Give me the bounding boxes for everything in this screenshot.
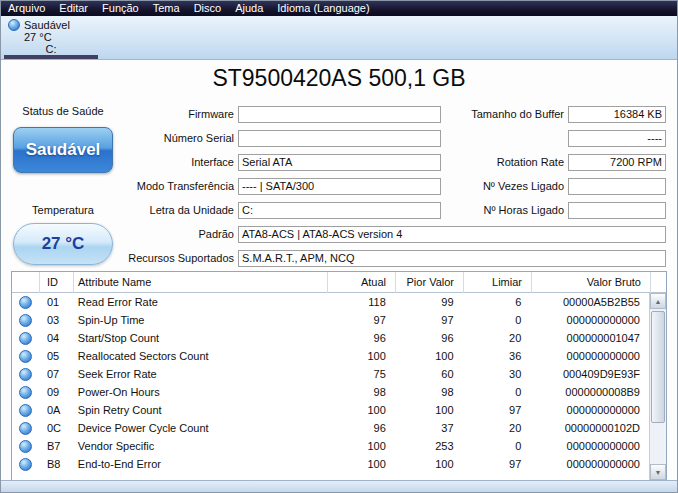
health-status-icon — [19, 332, 32, 345]
attribute-raw-cell: 000409D9E93F — [530, 368, 649, 380]
table-row[interactable]: 05 Reallocated Sectors Count 100 100 36 … — [12, 347, 649, 365]
table-row[interactable]: 07 Seek Error Rate 75 60 30 000409D9E93F — [12, 365, 649, 383]
attribute-name-cell: Spin Retry Count — [74, 404, 327, 416]
attribute-worst-cell: 37 — [395, 422, 463, 434]
header-threshold[interactable]: Limiar — [464, 272, 532, 293]
table-row[interactable]: 03 Spin-Up Time 97 97 0 000000000000 — [12, 311, 649, 329]
selected-tab-indicator — [4, 55, 98, 59]
attribute-worst-cell: 253 — [395, 440, 463, 452]
health-status-icon — [19, 314, 32, 327]
attribute-raw-cell: 000000000000 — [530, 314, 649, 326]
table-row[interactable]: B8 End-to-End Error 100 100 97 000000000… — [12, 455, 649, 473]
health-status-label: Status de Saúde — [11, 105, 115, 117]
attribute-current-cell: 75 — [327, 368, 395, 380]
disk-tab-c[interactable]: Saudável 27 °C C: — [4, 17, 98, 59]
transfer-mode-value-box: ---- | SATA/300 — [238, 178, 441, 195]
header-raw[interactable]: Valor Bruto — [532, 272, 651, 293]
scroll-up-icon[interactable]: ▲ — [650, 293, 666, 309]
scrollbar-thumb[interactable] — [651, 311, 665, 423]
attribute-current-cell: 118 — [327, 296, 395, 308]
drive-title: ST9500420AS 500,1 GB — [1, 65, 677, 92]
interface-value-box: Serial ATA — [238, 154, 441, 171]
menu-item-disco[interactable]: Disco — [187, 1, 229, 16]
attribute-name-cell: Start/Stop Count — [74, 332, 327, 344]
supported-features-value-box: S.M.A.R.T., APM, NCQ — [238, 250, 666, 267]
table-row[interactable]: 09 Power-On Hours 98 98 0 0000000008B9 — [12, 383, 649, 401]
attribute-worst-cell: 96 — [395, 332, 463, 344]
smart-attribute-table: ID Attribute Name Atual Pior Valor Limia… — [11, 271, 667, 481]
attribute-id-cell: 05 — [40, 350, 74, 362]
attribute-id-cell: 0C — [40, 422, 74, 434]
attribute-threshold-cell: 0 — [463, 440, 531, 452]
health-status-button[interactable]: Saudável — [13, 127, 113, 173]
attribute-raw-cell: 0000000008B9 — [530, 386, 649, 398]
health-status-icon — [19, 350, 32, 363]
transfer-mode-label: Modo Transferência — [101, 178, 234, 195]
attribute-id-cell: 04 — [40, 332, 74, 344]
power-on-hours-value-box — [568, 202, 666, 219]
attribute-name-cell: Power-On Hours — [74, 386, 327, 398]
attribute-threshold-cell: 36 — [463, 350, 531, 362]
standard-label: Padrão — [101, 226, 234, 243]
attribute-name-cell: Device Power Cycle Count — [74, 422, 327, 434]
power-on-count-value-box — [568, 178, 666, 195]
firmware-value-box — [238, 106, 441, 123]
attribute-worst-cell: 98 — [395, 386, 463, 398]
menu-item-tema[interactable]: Tema — [146, 1, 187, 16]
serial-number-label: Número Serial — [101, 130, 234, 147]
menu-item-editar[interactable]: Editar — [52, 1, 95, 16]
menu-item-idioma-language[interactable]: Idioma (Language) — [270, 1, 376, 16]
attribute-raw-cell: 00000A5B2B55 — [530, 296, 649, 308]
attribute-name-cell: Spin-Up Time — [74, 314, 327, 326]
drive-letter-value-box: C: — [238, 202, 441, 219]
attribute-threshold-cell: 20 — [463, 422, 531, 434]
attribute-current-cell: 100 — [327, 350, 395, 362]
attribute-current-cell: 96 — [327, 422, 395, 434]
attribute-id-cell: B7 — [40, 440, 74, 452]
header-name[interactable]: Attribute Name — [74, 272, 328, 293]
attribute-id-cell: 03 — [40, 314, 74, 326]
disk-tab-status: Saudável — [24, 19, 70, 31]
attribute-status-cell — [12, 296, 40, 309]
health-status-icon — [19, 386, 32, 399]
attribute-threshold-cell: 0 — [463, 314, 531, 326]
header-id[interactable]: ID — [40, 272, 74, 293]
attribute-threshold-cell: 20 — [463, 332, 531, 344]
header-current[interactable]: Atual — [328, 272, 396, 293]
supported-features-label: Recursos Suportados — [101, 250, 234, 267]
attribute-name-cell: Seek Error Rate — [74, 368, 327, 380]
attribute-name-cell: Reallocated Sectors Count — [74, 350, 327, 362]
standard-value-box: ATA8-ACS | ATA8-ACS version 4 — [238, 226, 666, 243]
attribute-current-cell: 96 — [327, 332, 395, 344]
table-row[interactable]: 0A Spin Retry Count 100 100 97 000000000… — [12, 401, 649, 419]
table-scrollbar[interactable]: ▲ ▼ — [649, 293, 666, 480]
attribute-raw-cell: 000000001047 — [530, 332, 649, 344]
health-status-icon — [19, 440, 32, 453]
temperature-badge[interactable]: 27 °C — [13, 223, 113, 265]
attribute-id-cell: 0A — [40, 404, 74, 416]
disk-tab-temperature: 27 °C — [8, 31, 94, 43]
attribute-id-cell: 09 — [40, 386, 74, 398]
smart-table-body: 01 Read Error Rate 118 99 6 00000A5B2B55… — [12, 293, 649, 480]
menu-item-arquivo[interactable]: Arquivo — [1, 1, 52, 16]
table-row[interactable]: 04 Start/Stop Count 96 96 20 00000000104… — [12, 329, 649, 347]
menu-item-funcao[interactable]: Função — [95, 1, 146, 16]
drive-letter-label: Letra da Unidade — [101, 202, 234, 219]
rotation-rate-label: Rotation Rate — [431, 154, 564, 171]
table-row[interactable]: 01 Read Error Rate 118 99 6 00000A5B2B55 — [12, 293, 649, 311]
menu-item-ajuda[interactable]: Ajuda — [228, 1, 270, 16]
serial-number-value-box — [238, 130, 441, 147]
table-row[interactable]: B7 Vendor Specific 100 253 0 00000000000… — [12, 437, 649, 455]
table-row[interactable]: 0C Device Power Cycle Count 96 37 20 000… — [12, 419, 649, 437]
attribute-status-cell — [12, 440, 40, 453]
attribute-raw-cell: 000000000000 — [530, 458, 649, 470]
scroll-down-icon[interactable]: ▼ — [650, 464, 666, 480]
health-status-icon — [19, 404, 32, 417]
firmware-label: Firmware — [101, 106, 234, 123]
attribute-status-cell — [12, 404, 40, 417]
header-status-col — [12, 272, 40, 293]
attribute-status-cell — [12, 314, 40, 327]
health-status-icon — [19, 368, 32, 381]
attribute-worst-cell: 97 — [395, 314, 463, 326]
header-worst[interactable]: Pior Valor — [396, 272, 464, 293]
